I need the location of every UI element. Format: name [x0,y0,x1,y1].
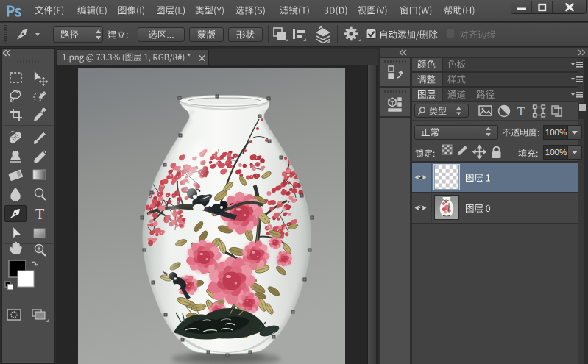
svg-text:T: T [35,206,44,222]
svg-text:T: T [517,104,525,118]
